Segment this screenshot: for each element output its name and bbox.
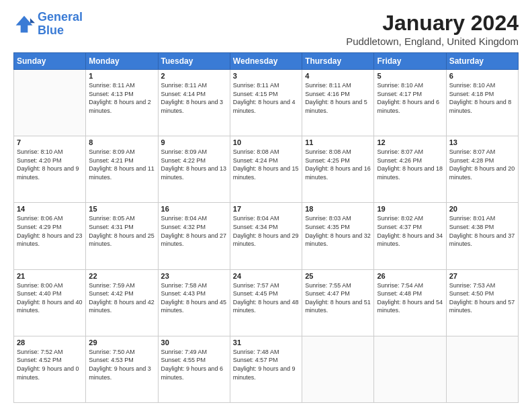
day-info: Sunrise: 7:49 AMSunset: 4:55 PMDaylight:… bbox=[161, 348, 227, 381]
logo-text: General Blue bbox=[38, 11, 83, 38]
weekday-header-thursday: Thursday bbox=[302, 53, 374, 70]
day-cell: 25Sunrise: 7:55 AMSunset: 4:47 PMDayligh… bbox=[302, 269, 374, 336]
day-number: 5 bbox=[377, 72, 443, 80]
day-cell: 29Sunrise: 7:50 AMSunset: 4:53 PMDayligh… bbox=[86, 336, 158, 402]
day-info: Sunrise: 8:10 AMSunset: 4:17 PMDaylight:… bbox=[377, 81, 443, 115]
svg-marker-0 bbox=[16, 15, 33, 32]
day-cell: 10Sunrise: 8:08 AMSunset: 4:24 PMDayligh… bbox=[230, 136, 302, 203]
day-cell: 15Sunrise: 8:05 AMSunset: 4:31 PMDayligh… bbox=[86, 203, 158, 269]
day-info: Sunrise: 8:00 AMSunset: 4:40 PMDaylight:… bbox=[17, 281, 83, 315]
day-cell: 8Sunrise: 8:09 AMSunset: 4:21 PMDaylight… bbox=[86, 136, 158, 203]
day-info: Sunrise: 8:11 AMSunset: 4:16 PMDaylight:… bbox=[305, 81, 371, 115]
page: General Blue January 2024 Puddletown, En… bbox=[0, 0, 532, 411]
day-cell bbox=[14, 70, 86, 136]
day-info: Sunrise: 8:11 AMSunset: 4:14 PMDaylight:… bbox=[161, 81, 227, 115]
day-cell bbox=[446, 336, 518, 402]
day-number: 7 bbox=[17, 138, 83, 146]
day-info: Sunrise: 8:10 AMSunset: 4:20 PMDaylight:… bbox=[17, 148, 83, 181]
day-cell: 13Sunrise: 8:07 AMSunset: 4:28 PMDayligh… bbox=[446, 136, 518, 203]
day-cell: 21Sunrise: 8:00 AMSunset: 4:40 PMDayligh… bbox=[14, 269, 86, 336]
day-cell: 6Sunrise: 8:10 AMSunset: 4:18 PMDaylight… bbox=[446, 70, 518, 136]
day-info: Sunrise: 8:04 AMSunset: 4:32 PMDaylight:… bbox=[161, 214, 227, 248]
day-number: 14 bbox=[17, 205, 83, 213]
title-block: January 2024 Puddletown, England, United… bbox=[346, 11, 519, 47]
day-info: Sunrise: 8:10 AMSunset: 4:18 PMDaylight:… bbox=[449, 81, 515, 115]
day-cell: 12Sunrise: 8:07 AMSunset: 4:26 PMDayligh… bbox=[374, 136, 446, 203]
day-info: Sunrise: 7:52 AMSunset: 4:52 PMDaylight:… bbox=[17, 348, 83, 381]
logo-line1: General bbox=[38, 10, 83, 24]
day-cell: 20Sunrise: 8:01 AMSunset: 4:38 PMDayligh… bbox=[446, 203, 518, 269]
day-number: 2 bbox=[161, 72, 227, 80]
day-number: 6 bbox=[449, 72, 515, 80]
day-number: 21 bbox=[17, 272, 83, 280]
day-info: Sunrise: 7:59 AMSunset: 4:42 PMDaylight:… bbox=[89, 281, 154, 315]
day-info: Sunrise: 8:02 AMSunset: 4:37 PMDaylight:… bbox=[377, 214, 443, 248]
day-number: 19 bbox=[377, 205, 443, 213]
day-info: Sunrise: 7:55 AMSunset: 4:47 PMDaylight:… bbox=[305, 281, 371, 315]
day-cell: 9Sunrise: 8:09 AMSunset: 4:22 PMDaylight… bbox=[158, 136, 230, 203]
day-cell: 19Sunrise: 8:02 AMSunset: 4:37 PMDayligh… bbox=[374, 203, 446, 269]
day-number: 24 bbox=[233, 272, 299, 280]
day-info: Sunrise: 7:54 AMSunset: 4:48 PMDaylight:… bbox=[377, 281, 443, 315]
day-number: 15 bbox=[89, 205, 154, 213]
day-info: Sunrise: 7:53 AMSunset: 4:50 PMDaylight:… bbox=[449, 281, 515, 315]
day-cell: 17Sunrise: 8:04 AMSunset: 4:34 PMDayligh… bbox=[230, 203, 302, 269]
day-cell: 11Sunrise: 8:08 AMSunset: 4:25 PMDayligh… bbox=[302, 136, 374, 203]
day-cell: 22Sunrise: 7:59 AMSunset: 4:42 PMDayligh… bbox=[86, 269, 158, 336]
day-info: Sunrise: 8:06 AMSunset: 4:29 PMDaylight:… bbox=[17, 214, 83, 248]
day-number: 30 bbox=[161, 338, 227, 347]
day-cell bbox=[302, 336, 374, 402]
day-number: 26 bbox=[377, 272, 443, 280]
weekday-header-wednesday: Wednesday bbox=[230, 53, 302, 70]
day-info: Sunrise: 8:04 AMSunset: 4:34 PMDaylight:… bbox=[233, 214, 299, 248]
month-title: January 2024 bbox=[346, 11, 519, 36]
day-info: Sunrise: 7:58 AMSunset: 4:43 PMDaylight:… bbox=[161, 281, 227, 315]
location: Puddletown, England, United Kingdom bbox=[346, 36, 519, 47]
weekday-header-saturday: Saturday bbox=[446, 53, 518, 70]
week-row-3: 21Sunrise: 8:00 AMSunset: 4:40 PMDayligh… bbox=[14, 269, 519, 336]
day-number: 11 bbox=[305, 138, 371, 146]
day-number: 1 bbox=[89, 72, 154, 80]
day-cell: 2Sunrise: 8:11 AMSunset: 4:14 PMDaylight… bbox=[158, 70, 230, 136]
day-cell: 27Sunrise: 7:53 AMSunset: 4:50 PMDayligh… bbox=[446, 269, 518, 336]
day-cell: 18Sunrise: 8:03 AMSunset: 4:35 PMDayligh… bbox=[302, 203, 374, 269]
calendar-table: SundayMondayTuesdayWednesdayThursdayFrid… bbox=[13, 52, 519, 403]
day-number: 10 bbox=[233, 138, 299, 146]
day-number: 13 bbox=[449, 138, 515, 146]
day-info: Sunrise: 8:09 AMSunset: 4:22 PMDaylight:… bbox=[161, 148, 227, 181]
day-cell: 1Sunrise: 8:11 AMSunset: 4:13 PMDaylight… bbox=[86, 70, 158, 136]
weekday-header-monday: Monday bbox=[86, 53, 158, 70]
day-number: 18 bbox=[305, 205, 371, 213]
day-cell: 26Sunrise: 7:54 AMSunset: 4:48 PMDayligh… bbox=[374, 269, 446, 336]
week-row-2: 14Sunrise: 8:06 AMSunset: 4:29 PMDayligh… bbox=[14, 203, 519, 269]
day-number: 4 bbox=[305, 72, 371, 80]
day-cell: 24Sunrise: 7:57 AMSunset: 4:45 PMDayligh… bbox=[230, 269, 302, 336]
day-number: 9 bbox=[161, 138, 227, 146]
day-number: 25 bbox=[305, 272, 371, 280]
day-number: 16 bbox=[161, 205, 227, 213]
day-number: 27 bbox=[449, 272, 515, 280]
day-number: 17 bbox=[233, 205, 299, 213]
day-number: 12 bbox=[377, 138, 443, 146]
day-info: Sunrise: 8:11 AMSunset: 4:15 PMDaylight:… bbox=[233, 81, 299, 115]
day-cell: 7Sunrise: 8:10 AMSunset: 4:20 PMDaylight… bbox=[14, 136, 86, 203]
week-row-0: 1Sunrise: 8:11 AMSunset: 4:13 PMDaylight… bbox=[14, 70, 519, 136]
logo-icon bbox=[13, 13, 35, 35]
day-info: Sunrise: 7:57 AMSunset: 4:45 PMDaylight:… bbox=[233, 281, 299, 315]
day-info: Sunrise: 8:11 AMSunset: 4:13 PMDaylight:… bbox=[89, 81, 154, 115]
day-number: 28 bbox=[17, 338, 83, 347]
day-number: 31 bbox=[233, 338, 299, 347]
week-row-1: 7Sunrise: 8:10 AMSunset: 4:20 PMDaylight… bbox=[14, 136, 519, 203]
day-info: Sunrise: 7:48 AMSunset: 4:57 PMDaylight:… bbox=[233, 348, 299, 381]
day-info: Sunrise: 8:07 AMSunset: 4:28 PMDaylight:… bbox=[449, 148, 515, 181]
day-info: Sunrise: 8:03 AMSunset: 4:35 PMDaylight:… bbox=[305, 214, 371, 248]
day-number: 8 bbox=[89, 138, 154, 146]
day-cell: 14Sunrise: 8:06 AMSunset: 4:29 PMDayligh… bbox=[14, 203, 86, 269]
day-number: 23 bbox=[161, 272, 227, 280]
day-number: 29 bbox=[89, 338, 154, 347]
day-info: Sunrise: 8:05 AMSunset: 4:31 PMDaylight:… bbox=[89, 214, 154, 248]
weekday-header-row: SundayMondayTuesdayWednesdayThursdayFrid… bbox=[14, 53, 519, 70]
day-cell: 30Sunrise: 7:49 AMSunset: 4:55 PMDayligh… bbox=[158, 336, 230, 402]
day-cell: 4Sunrise: 8:11 AMSunset: 4:16 PMDaylight… bbox=[302, 70, 374, 136]
day-number: 3 bbox=[233, 72, 299, 80]
